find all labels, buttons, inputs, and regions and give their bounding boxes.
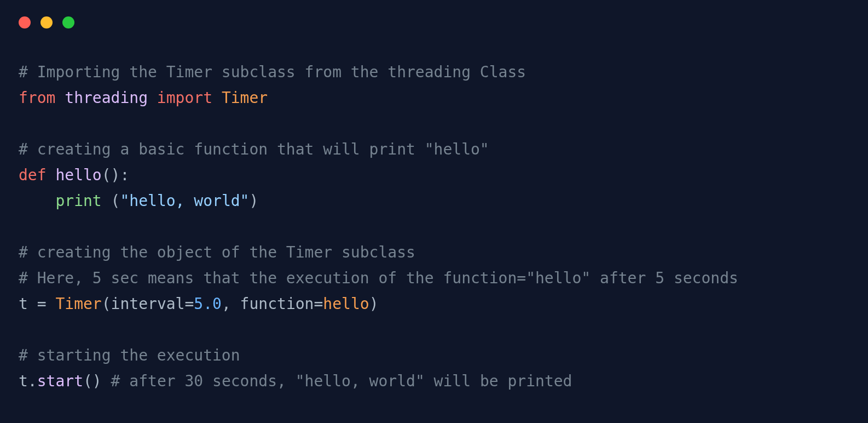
code-window: # Importing the Timer subclass from the … bbox=[0, 0, 868, 423]
code-var: t bbox=[19, 372, 28, 390]
code-punct: , bbox=[222, 295, 240, 313]
close-icon[interactable] bbox=[19, 16, 31, 28]
code-op: = bbox=[184, 295, 194, 313]
code-string: "hello, world" bbox=[120, 192, 249, 210]
code-comment: # Importing the Timer subclass from the … bbox=[19, 63, 526, 81]
code-class: Timer bbox=[222, 89, 268, 107]
code-keyword: import bbox=[148, 89, 222, 107]
traffic-lights bbox=[19, 16, 74, 28]
code-arg: interval bbox=[111, 295, 185, 313]
code-builtin: print bbox=[55, 192, 101, 210]
code-var: t bbox=[19, 295, 37, 313]
code-punct: ( bbox=[102, 295, 111, 313]
zoom-icon[interactable] bbox=[62, 16, 74, 28]
code-punct: ( bbox=[111, 192, 120, 210]
code-block: # Importing the Timer subclass from the … bbox=[19, 59, 738, 394]
code-keyword: def bbox=[19, 166, 55, 184]
code-punct: . bbox=[28, 372, 37, 390]
code-number: 5.0 bbox=[194, 295, 222, 313]
code-def-name: hello bbox=[55, 166, 101, 184]
code-space bbox=[102, 192, 111, 210]
code-arg: function bbox=[240, 295, 314, 313]
code-punct: ) bbox=[369, 295, 379, 313]
code-space bbox=[102, 372, 111, 390]
code-op: = bbox=[314, 295, 323, 313]
code-value: hello bbox=[323, 295, 369, 313]
code-call: start bbox=[37, 372, 83, 390]
code-comment: # Here, 5 sec means that the execution o… bbox=[19, 269, 738, 287]
code-punct: (): bbox=[102, 166, 130, 184]
code-comment: # after 30 seconds, "hello, world" will … bbox=[111, 372, 572, 390]
code-op: = bbox=[37, 295, 56, 313]
code-punct: () bbox=[83, 372, 102, 390]
minimize-icon[interactable] bbox=[40, 16, 53, 28]
code-comment: # creating the object of the Timer subcl… bbox=[19, 243, 415, 261]
code-comment: # creating a basic function that will pr… bbox=[19, 140, 489, 158]
code-punct: ) bbox=[249, 192, 258, 210]
code-class: Timer bbox=[55, 295, 101, 313]
code-module: threading bbox=[65, 89, 148, 107]
code-indent bbox=[19, 192, 55, 210]
code-comment: # starting the execution bbox=[19, 346, 240, 364]
code-keyword: from bbox=[19, 89, 65, 107]
